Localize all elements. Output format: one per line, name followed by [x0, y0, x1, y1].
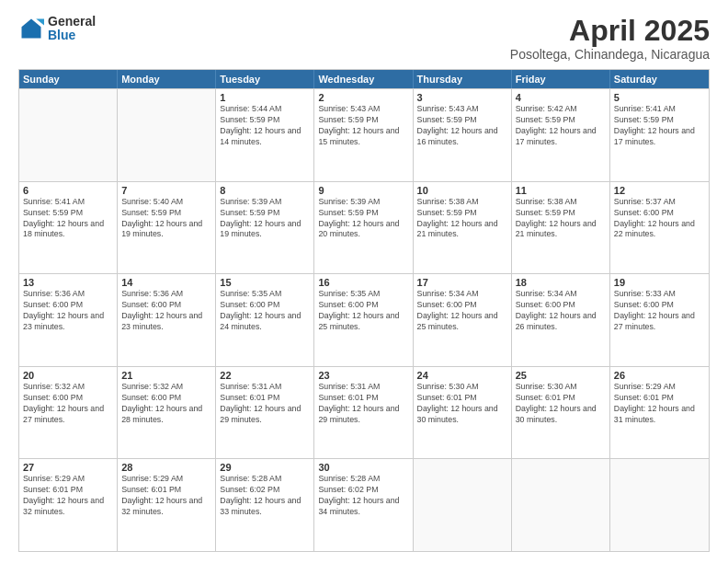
month-title: April 2025 — [510, 15, 710, 47]
title-block: April 2025 Posoltega, Chinandega, Nicara… — [510, 15, 710, 62]
page: General Blue April 2025 Posoltega, China… — [0, 0, 728, 563]
day-info: Sunrise: 5:36 AMSunset: 6:00 PMDaylight:… — [121, 289, 211, 333]
cal-cell-day-13: 13Sunrise: 5:36 AMSunset: 6:00 PMDayligh… — [19, 274, 118, 366]
day-info: Sunrise: 5:38 AMSunset: 5:59 PMDaylight:… — [417, 197, 507, 241]
day-info: Sunrise: 5:34 AMSunset: 6:00 PMDaylight:… — [516, 289, 606, 333]
cal-cell-day-29: 29Sunrise: 5:28 AMSunset: 6:02 PMDayligh… — [216, 459, 314, 551]
day-info: Sunrise: 5:43 AMSunset: 5:59 PMDaylight:… — [318, 104, 408, 148]
day-number: 23 — [318, 370, 408, 381]
location-subtitle: Posoltega, Chinandega, Nicaragua — [510, 47, 710, 62]
cal-cell-day-3: 3Sunrise: 5:43 AMSunset: 5:59 PMDaylight… — [414, 89, 512, 181]
day-number: 2 — [318, 92, 408, 103]
day-number: 20 — [23, 370, 113, 381]
day-number: 12 — [614, 185, 705, 196]
cal-header-thursday: Thursday — [414, 70, 512, 88]
day-number: 9 — [318, 185, 408, 196]
day-number: 21 — [121, 370, 211, 381]
cal-cell-day-19: 19Sunrise: 5:33 AMSunset: 6:00 PMDayligh… — [610, 274, 709, 366]
cal-cell-day-28: 28Sunrise: 5:29 AMSunset: 6:01 PMDayligh… — [118, 459, 216, 551]
day-info: Sunrise: 5:35 AMSunset: 6:00 PMDaylight:… — [318, 289, 408, 333]
day-number: 24 — [417, 370, 507, 381]
day-info: Sunrise: 5:32 AMSunset: 6:00 PMDaylight:… — [121, 382, 211, 426]
cal-cell-day-7: 7Sunrise: 5:40 AMSunset: 5:59 PMDaylight… — [118, 182, 216, 274]
cal-cell-day-30: 30Sunrise: 5:28 AMSunset: 6:02 PMDayligh… — [314, 459, 413, 551]
day-info: Sunrise: 5:44 AMSunset: 5:59 PMDaylight:… — [220, 104, 310, 148]
day-info: Sunrise: 5:35 AMSunset: 6:00 PMDaylight:… — [220, 289, 310, 333]
day-number: 18 — [516, 277, 606, 288]
cal-cell-day-20: 20Sunrise: 5:32 AMSunset: 6:00 PMDayligh… — [19, 367, 118, 459]
calendar-body: 1Sunrise: 5:44 AMSunset: 5:59 PMDaylight… — [19, 88, 709, 551]
cal-cell-day-9: 9Sunrise: 5:39 AMSunset: 5:59 PMDaylight… — [314, 182, 413, 274]
day-number: 5 — [614, 92, 705, 103]
day-number: 1 — [220, 92, 310, 103]
day-info: Sunrise: 5:41 AMSunset: 5:59 PMDaylight:… — [23, 197, 113, 241]
day-info: Sunrise: 5:42 AMSunset: 5:59 PMDaylight:… — [516, 104, 606, 148]
cal-cell-day-1: 1Sunrise: 5:44 AMSunset: 5:59 PMDaylight… — [216, 89, 314, 181]
day-number: 28 — [121, 462, 211, 473]
day-info: Sunrise: 5:30 AMSunset: 6:01 PMDaylight:… — [516, 382, 606, 426]
logo-blue-text: Blue — [48, 29, 96, 42]
cal-cell-day-17: 17Sunrise: 5:34 AMSunset: 6:00 PMDayligh… — [414, 274, 512, 366]
cal-cell-day-21: 21Sunrise: 5:32 AMSunset: 6:00 PMDayligh… — [118, 367, 216, 459]
day-info: Sunrise: 5:38 AMSunset: 5:59 PMDaylight:… — [516, 197, 606, 241]
day-number: 4 — [516, 92, 606, 103]
cal-cell-day-14: 14Sunrise: 5:36 AMSunset: 6:00 PMDayligh… — [118, 274, 216, 366]
day-number: 7 — [121, 185, 211, 196]
day-number: 3 — [417, 92, 507, 103]
day-info: Sunrise: 5:34 AMSunset: 6:00 PMDaylight:… — [417, 289, 507, 333]
cal-cell-day-8: 8Sunrise: 5:39 AMSunset: 5:59 PMDaylight… — [216, 182, 314, 274]
day-info: Sunrise: 5:30 AMSunset: 6:01 PMDaylight:… — [417, 382, 507, 426]
cal-cell-day-4: 4Sunrise: 5:42 AMSunset: 5:59 PMDaylight… — [512, 89, 610, 181]
day-info: Sunrise: 5:29 AMSunset: 6:01 PMDaylight:… — [121, 474, 211, 518]
cal-cell-empty — [610, 459, 709, 551]
day-number: 19 — [614, 277, 705, 288]
cal-cell-day-26: 26Sunrise: 5:29 AMSunset: 6:01 PMDayligh… — [610, 367, 709, 459]
cal-header-saturday: Saturday — [610, 70, 709, 88]
cal-header-wednesday: Wednesday — [314, 70, 413, 88]
logo: General Blue — [18, 15, 96, 43]
cal-cell-day-6: 6Sunrise: 5:41 AMSunset: 5:59 PMDaylight… — [19, 182, 118, 274]
day-info: Sunrise: 5:43 AMSunset: 5:59 PMDaylight:… — [417, 104, 507, 148]
day-number: 25 — [516, 370, 606, 381]
day-number: 11 — [516, 185, 606, 196]
cal-cell-day-2: 2Sunrise: 5:43 AMSunset: 5:59 PMDaylight… — [314, 89, 413, 181]
cal-header-friday: Friday — [512, 70, 610, 88]
day-number: 6 — [23, 185, 113, 196]
cal-cell-day-25: 25Sunrise: 5:30 AMSunset: 6:01 PMDayligh… — [512, 367, 610, 459]
cal-week-3: 13Sunrise: 5:36 AMSunset: 6:00 PMDayligh… — [19, 273, 709, 366]
day-number: 17 — [417, 277, 507, 288]
calendar: SundayMondayTuesdayWednesdayThursdayFrid… — [18, 69, 710, 552]
cal-cell-empty — [414, 459, 512, 551]
cal-week-2: 6Sunrise: 5:41 AMSunset: 5:59 PMDaylight… — [19, 181, 709, 274]
svg-marker-0 — [22, 19, 41, 39]
logo-text: General Blue — [48, 15, 96, 43]
day-info: Sunrise: 5:40 AMSunset: 5:59 PMDaylight:… — [121, 197, 211, 241]
day-info: Sunrise: 5:31 AMSunset: 6:01 PMDaylight:… — [318, 382, 408, 426]
day-number: 27 — [23, 462, 113, 473]
cal-cell-empty — [512, 459, 610, 551]
cal-week-5: 27Sunrise: 5:29 AMSunset: 6:01 PMDayligh… — [19, 458, 709, 551]
day-info: Sunrise: 5:29 AMSunset: 6:01 PMDaylight:… — [23, 474, 113, 518]
calendar-header-row: SundayMondayTuesdayWednesdayThursdayFrid… — [19, 70, 709, 88]
cal-cell-empty — [118, 89, 216, 181]
cal-cell-day-12: 12Sunrise: 5:37 AMSunset: 6:00 PMDayligh… — [610, 182, 709, 274]
day-number: 22 — [220, 370, 310, 381]
day-number: 16 — [318, 277, 408, 288]
header: General Blue April 2025 Posoltega, China… — [18, 15, 710, 62]
day-number: 15 — [220, 277, 310, 288]
cal-week-4: 20Sunrise: 5:32 AMSunset: 6:00 PMDayligh… — [19, 366, 709, 459]
day-number: 10 — [417, 185, 507, 196]
day-number: 30 — [318, 462, 408, 473]
cal-cell-empty — [19, 89, 118, 181]
cal-header-monday: Monday — [118, 70, 216, 88]
day-number: 8 — [220, 185, 310, 196]
day-info: Sunrise: 5:33 AMSunset: 6:00 PMDaylight:… — [614, 289, 705, 333]
cal-cell-day-15: 15Sunrise: 5:35 AMSunset: 6:00 PMDayligh… — [216, 274, 314, 366]
day-number: 29 — [220, 462, 310, 473]
day-info: Sunrise: 5:28 AMSunset: 6:02 PMDaylight:… — [220, 474, 310, 518]
cal-cell-day-16: 16Sunrise: 5:35 AMSunset: 6:00 PMDayligh… — [314, 274, 413, 366]
cal-cell-day-11: 11Sunrise: 5:38 AMSunset: 5:59 PMDayligh… — [512, 182, 610, 274]
cal-header-sunday: Sunday — [19, 70, 118, 88]
day-info: Sunrise: 5:32 AMSunset: 6:00 PMDaylight:… — [23, 382, 113, 426]
day-number: 14 — [121, 277, 211, 288]
